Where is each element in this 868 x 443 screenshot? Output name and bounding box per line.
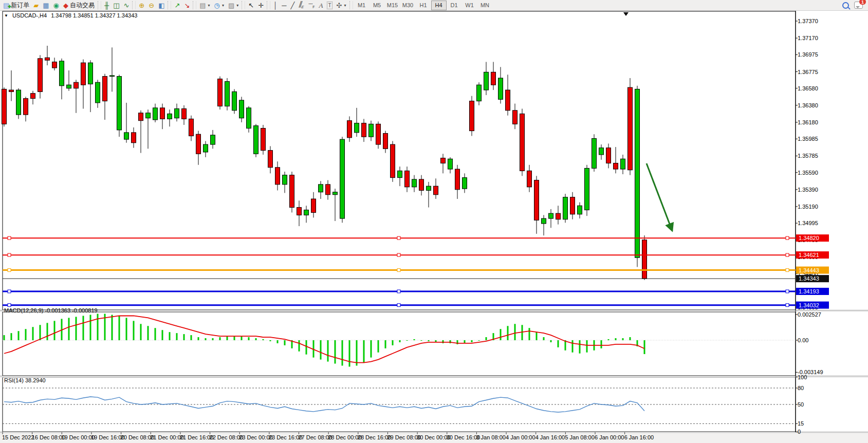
timeframe-m15-button[interactable]: M15 — [385, 1, 400, 10]
timeframe-d1-button[interactable]: D1 — [447, 1, 462, 10]
candle-body — [621, 159, 625, 169]
periods-button[interactable]: ↘ — [182, 0, 192, 11]
rsi-tick-label: 80 — [798, 385, 804, 391]
indicator-up-icon: ↗ — [174, 2, 180, 9]
price-tick-label: 1.36380 — [798, 102, 818, 108]
candle-body — [491, 72, 496, 85]
new-order-button[interactable]: ▤✚新订单 — [1, 0, 31, 11]
hline-button[interactable]: ─ — [280, 0, 288, 11]
timeframe-h1-button[interactable]: H1 — [416, 1, 431, 10]
time-tick-label: 20 Dec 08:00 — [121, 434, 154, 440]
macd-bar — [277, 340, 279, 343]
search-icon[interactable] — [842, 2, 849, 9]
macd-bar — [140, 324, 142, 340]
timeframe-m30-button[interactable]: M30 — [400, 1, 416, 10]
indicators-button[interactable]: ↗ — [172, 0, 182, 11]
template-button[interactable]: ▨▾ — [226, 0, 241, 11]
candle-body — [326, 184, 330, 195]
level-handle[interactable] — [8, 253, 11, 256]
period-menu-button[interactable]: ◷▾ — [212, 0, 226, 11]
level-handle[interactable] — [786, 253, 789, 256]
candle-body — [369, 124, 374, 137]
level-handle[interactable] — [786, 236, 789, 239]
cursor-button[interactable]: ↖ — [246, 0, 256, 11]
candle-body — [124, 133, 129, 139]
macd-bar — [356, 340, 358, 366]
new-chart-button[interactable]: ▤▾ — [197, 0, 212, 11]
time-tick-label: 3 Jan 08:00 — [476, 434, 506, 440]
rsi-tick-label: 100 — [798, 374, 807, 380]
candle-body — [484, 72, 489, 90]
candle-body — [311, 199, 316, 212]
tile-windows-button[interactable]: ◧ — [156, 0, 167, 11]
level-handle[interactable] — [397, 253, 400, 256]
macd-bar — [371, 340, 372, 358]
level-handle[interactable] — [786, 304, 789, 307]
timeframe-w1-button[interactable]: W1 — [462, 1, 477, 10]
timeframe-m1-button[interactable]: M1 — [354, 1, 370, 10]
level-handle[interactable] — [397, 290, 400, 293]
trendline-button[interactable]: ╱ — [288, 0, 297, 11]
timeframe-h4-button[interactable]: H4 — [431, 1, 447, 10]
macd-bar — [40, 325, 41, 340]
candle-body — [398, 171, 402, 177]
zoom-in-button[interactable]: ⊕ — [137, 0, 146, 11]
fibonacci-button[interactable]: ┄F — [306, 0, 317, 11]
chart-canvas[interactable]: 1.373701.371701.369751.367751.365801.363… — [0, 11, 868, 443]
notification-icon[interactable]: 1 — [854, 2, 863, 9]
macd-bar — [219, 337, 221, 340]
macd-bar — [198, 337, 199, 340]
level-handle[interactable] — [397, 269, 400, 272]
candle-body — [412, 179, 417, 187]
symbol-dropdown-icon[interactable]: ▼ — [4, 13, 8, 18]
autotrading-button[interactable]: ◆自动交易 — [61, 0, 97, 11]
vline-button[interactable]: │ — [271, 0, 280, 11]
text-button[interactable]: A — [317, 0, 325, 11]
candlestick-icon: ◫ — [113, 2, 119, 9]
candle-body — [189, 119, 194, 136]
bar-chart-button[interactable]: ╫ — [102, 0, 111, 11]
level-handle[interactable] — [397, 304, 400, 307]
symbol-period-label: USDCAD-,H4 — [12, 12, 47, 19]
price-tick-label: 1.37370 — [798, 18, 818, 24]
macd-bar — [227, 336, 228, 340]
navigator-button[interactable]: ◉ — [51, 0, 61, 11]
line-chart-button[interactable]: ∿ — [121, 0, 131, 11]
candlestick-button[interactable]: ◫ — [111, 0, 121, 11]
zoom-out-button[interactable]: ⊖ — [146, 0, 156, 11]
new-chart-icon: ▤ — [199, 2, 206, 9]
crosshair-button[interactable]: ✛ — [256, 0, 266, 11]
equidistant-channel-icon: ∥E — [297, 1, 306, 10]
timeframe-m5-button[interactable]: M5 — [370, 1, 385, 10]
level-handle[interactable] — [8, 269, 11, 272]
time-tick-label: 6 Jan 00:00 — [595, 434, 624, 440]
candle-body — [340, 139, 345, 218]
price-tick-label: 1.35985 — [798, 136, 818, 142]
channel-button[interactable]: ∥E — [297, 0, 306, 11]
candle-body — [563, 197, 568, 219]
text-label-button[interactable]: T — [325, 0, 334, 11]
toolbar-separator — [168, 1, 171, 9]
macd-bar — [97, 314, 99, 340]
chart-window-button[interactable]: ▰ — [31, 0, 41, 11]
level-handle[interactable] — [397, 236, 400, 239]
shapes-button[interactable]: ✣▾ — [335, 0, 348, 11]
timeframe-mn-button[interactable]: MN — [477, 1, 493, 10]
candle-body — [239, 100, 244, 118]
time-tick-label: 30 Dec 16:00 — [447, 434, 480, 440]
price-tick-label: 1.36180 — [798, 119, 818, 125]
market-watch-button[interactable]: ▦ — [41, 0, 51, 11]
notification-badge: 1 — [859, 0, 866, 5]
macd-bar — [543, 337, 545, 340]
candle-body — [175, 109, 179, 118]
candle-body — [218, 79, 223, 106]
level-handle[interactable] — [8, 290, 11, 293]
level-handle[interactable] — [8, 304, 11, 307]
rsi-indicator-label: RSI(14) 38.2940 — [4, 377, 46, 383]
level-handle[interactable] — [786, 269, 789, 272]
price-badge-label: 1.34820 — [799, 235, 819, 241]
level-handle[interactable] — [8, 236, 11, 239]
level-handle[interactable] — [786, 290, 789, 293]
time-tick-label: 23 Dec 16:00 — [269, 434, 302, 440]
candle-body — [549, 213, 553, 218]
